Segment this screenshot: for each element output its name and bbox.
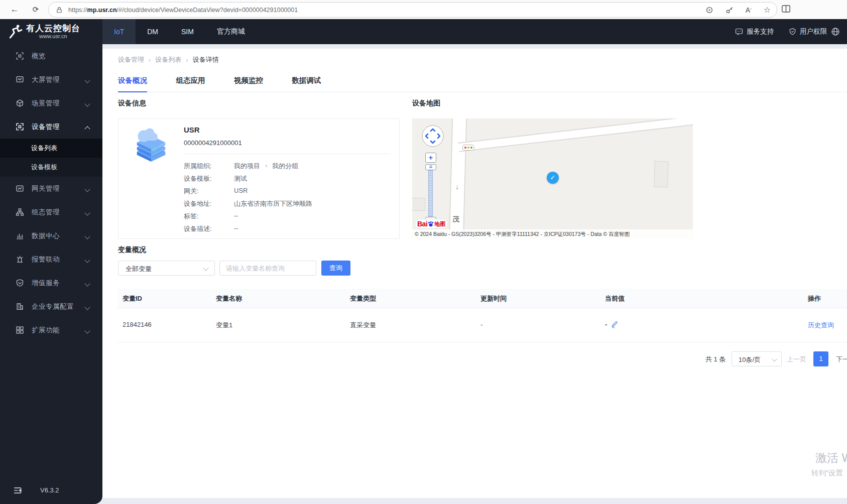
cell-variable-name: 变量1 [216, 321, 232, 330]
chevron-down-icon [772, 357, 777, 362]
tab-configuration-app[interactable]: 组态应用 [176, 73, 205, 91]
browser-refresh-button[interactable]: ⟳ [29, 3, 42, 16]
favorites-star-icon[interactable]: ☆ [764, 5, 771, 15]
cell-updated-time: - [480, 321, 482, 328]
baidu-map-logo: Bai 地图 [415, 219, 447, 228]
variable-search-input[interactable] [219, 261, 316, 276]
map-zoom-slider-track[interactable] [428, 170, 433, 217]
browser-toolbar: ← ⟳ https://mp.usr.cn/#/cloud/device/Vie… [0, 0, 847, 19]
cell-variable-id: 21842146 [123, 321, 152, 328]
sidebar-item-screen-mgmt[interactable]: 大屏管理 [0, 68, 102, 91]
chevron-down-icon [84, 281, 90, 286]
sidebar-item-config-mgmt[interactable]: 组态管理 [0, 200, 102, 224]
url-text: https://mp.usr.cn/#/cloud/device/ViewDev… [68, 7, 298, 14]
usr-person-icon [8, 24, 24, 40]
one-way-arrow: ↓ [455, 183, 459, 191]
activation-watermark-line2: 转到“设置 [811, 468, 843, 478]
divider [184, 154, 389, 154]
map-pan-control[interactable] [421, 124, 444, 148]
password-key-icon[interactable] [725, 6, 734, 14]
user-permissions[interactable]: 用户权限 [789, 27, 827, 36]
chevron-down-icon [84, 210, 90, 215]
browser-back-button[interactable]: ← [8, 3, 21, 16]
page-size-select[interactable]: 10条/页 [732, 351, 782, 366]
device-map[interactable]: + = − ✓ ↓ 茂 Bai 地图 © 2024 Baidu - GS(202… [412, 118, 693, 239]
chat-icon [735, 28, 743, 36]
tab-data-debug[interactable]: 数据调试 [292, 73, 321, 91]
bar-chart-icon [16, 231, 24, 240]
device-map-title: 设备地图 [412, 99, 440, 108]
chevron-down-icon [84, 101, 90, 106]
query-button[interactable]: 查询 [321, 261, 350, 276]
variables-table-header: 变量ID 变量名称 变量类型 更新时间 当前值 操作 [118, 289, 847, 308]
pagination-next[interactable]: 下一页 [836, 351, 847, 367]
sidebar-item-gateway-mgmt[interactable]: 网关管理 [0, 177, 102, 200]
sidebar-item-device-template[interactable]: 设备模板 [0, 158, 102, 177]
read-aloud-icon[interactable]: A” [746, 6, 752, 14]
history-query-link[interactable]: 历史查询 [808, 321, 834, 329]
app-header: 有人云控制台 www.usr.cn IoT DM SIM 官方商城 服务支持 [0, 19, 847, 44]
big-screen-icon [16, 75, 24, 84]
nav-tab-dm[interactable]: DM [136, 19, 170, 44]
sidebar-item-alarm-linkage[interactable]: 报警联动 [0, 247, 102, 271]
chevron-down-icon [203, 265, 208, 271]
sidebar-item-device-mgmt[interactable]: 设备管理 [0, 115, 102, 139]
device-id: 0000004291000001 [184, 139, 242, 147]
alarm-siren-icon [16, 255, 24, 264]
sidebar-item-overview[interactable]: 概览 [0, 44, 102, 68]
device-info-card: USR 0000004291000001 所属组织: 我的项目 › 我的分组 设… [118, 118, 400, 239]
breadcrumb-separator: › [186, 56, 188, 64]
traffic-light-icon [462, 145, 474, 151]
sidebar: 概览 大屏管理 场景管理 [0, 44, 102, 504]
enterprise-building-icon [16, 302, 24, 311]
service-support[interactable]: 服务支持 [735, 27, 774, 36]
pagination-prev[interactable]: 上一页 [787, 351, 806, 367]
chevron-down-icon [84, 304, 90, 310]
field-description: 设备描述:-- [184, 224, 238, 233]
app-version: V6.3.2 [40, 486, 59, 494]
extensions-grid-icon [16, 326, 24, 334]
scene-cube-icon [16, 99, 24, 107]
pagination-page-1[interactable]: 1 [813, 351, 828, 366]
browser-window: ← ⟳ https://mp.usr.cn/#/cloud/device/Vie… [0, 0, 847, 504]
sidebar-item-data-center[interactable]: 数据中心 [0, 224, 102, 247]
nav-tab-iot[interactable]: IoT [102, 19, 136, 44]
site-permissions-icon[interactable] [56, 7, 63, 14]
sidebar-item-device-list[interactable]: 设备列表 [0, 139, 102, 158]
variable-type-select[interactable]: 全部变量 [118, 261, 215, 276]
top-nav: IoT DM SIM 官方商城 [102, 19, 257, 44]
map-zoom-slider-handle[interactable]: = [425, 164, 436, 170]
tab-device-overview[interactable]: 设备概况 [118, 73, 147, 92]
map-zoom-in-button[interactable]: + [425, 153, 436, 163]
activation-watermark-line1: 激活 W [815, 450, 847, 466]
sidebar-item-enterprise-config[interactable]: 企业专属配置 [0, 295, 102, 318]
language-globe-icon[interactable] [831, 27, 840, 36]
geolocation-icon[interactable] [705, 6, 713, 14]
device-mgmt-submenu: 设备列表 设备模板 [0, 139, 102, 177]
variables-title: 变量概况 [118, 245, 146, 255]
chevron-down-icon [84, 77, 90, 83]
org-separator: › [265, 162, 267, 171]
sidebar-collapse-icon[interactable] [13, 486, 22, 495]
address-bar[interactable]: https://mp.usr.cn/#/cloud/device/ViewDev… [48, 2, 777, 18]
tab-video-monitor[interactable]: 视频监控 [234, 73, 263, 91]
breadcrumb-device-mgmt[interactable]: 设备管理 [118, 55, 144, 64]
sidebar-item-scene-mgmt[interactable]: 场景管理 [0, 91, 102, 115]
field-gateway: 网关:USR [184, 187, 248, 196]
brand-name: 有人云控制台 [26, 23, 80, 34]
sidebar-item-extensions[interactable]: 扩展功能 [0, 318, 102, 342]
map-road-label: 茂 [452, 215, 459, 224]
nav-tab-mall[interactable]: 官方商城 [205, 19, 257, 44]
edit-value-icon[interactable] [611, 321, 618, 328]
sidebar-item-value-added[interactable]: 增值服务 [0, 271, 102, 295]
device-location-marker[interactable]: ✓ [547, 172, 559, 184]
device-name: USR [184, 125, 200, 134]
map-road [458, 118, 693, 152]
breadcrumb: 设备管理 › 设备列表 › 设备详情 [118, 55, 219, 64]
breadcrumb-device-list[interactable]: 设备列表 [155, 55, 181, 64]
split-screen-icon[interactable] [781, 4, 791, 14]
brand-logo[interactable]: 有人云控制台 www.usr.cn [0, 19, 102, 44]
cell-current-value: - [605, 321, 618, 328]
nav-tab-sim[interactable]: SIM [170, 19, 205, 44]
chevron-up-icon [84, 126, 90, 132]
